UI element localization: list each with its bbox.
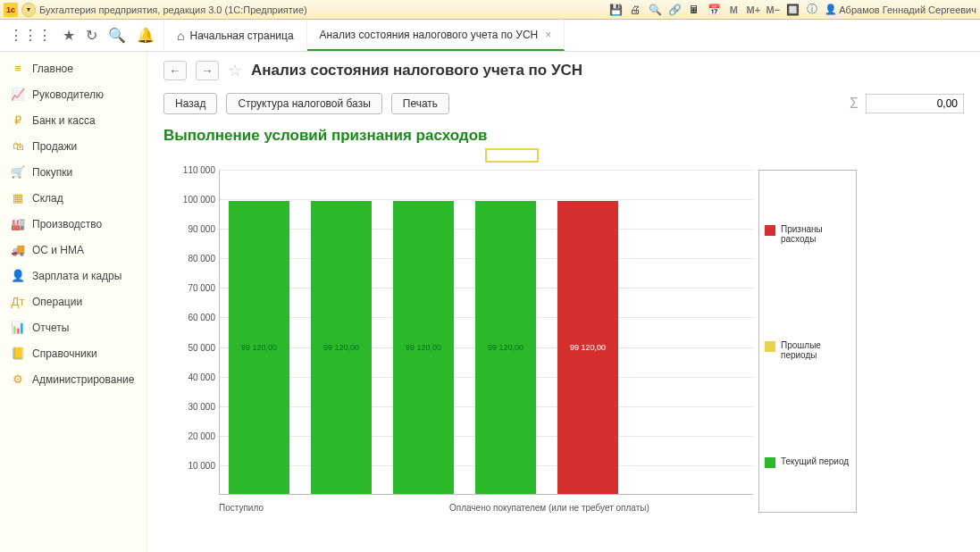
legend-swatch [765, 341, 775, 352]
legend-swatch [765, 457, 775, 468]
app-menu-button[interactable]: ▾ [21, 3, 36, 17]
y-tick-label: 30 000 [188, 401, 215, 411]
sidebar-icon: 🛒 [11, 165, 25, 179]
x-label-right: Оплачено покупателем (или не требует опл… [449, 503, 649, 513]
sidebar-icon: 🏭 [11, 217, 25, 230]
chart-wrap: 99 120,0099 120,0099 120,0099 120,0099 1… [163, 154, 964, 520]
sidebar-icon: 📊 [11, 321, 25, 334]
m-icon[interactable]: M [726, 3, 741, 17]
action-right: Σ [850, 94, 964, 113]
sidebar-item-label: Руководителю [32, 88, 104, 101]
chart-bar-1[interactable]: 99 120,00 [311, 201, 372, 494]
save-icon[interactable]: 💾 [608, 3, 623, 17]
info-icon[interactable]: ⓘ [805, 3, 819, 17]
chart-bar-3[interactable]: 99 120,00 [475, 201, 536, 494]
structure-button[interactable]: Структура налоговой базы [226, 93, 381, 114]
sidebar-item-0[interactable]: ≡Главное [0, 55, 147, 81]
back-button[interactable]: Назад [163, 93, 217, 114]
main-layout: ≡Главное📈Руководителю₽Банк и касса🛍Прода… [0, 52, 980, 552]
sigma-icon[interactable]: Σ [850, 96, 859, 112]
calc-icon[interactable]: 🖩 [687, 3, 701, 17]
sidebar-item-label: Администрирование [32, 373, 134, 386]
sidebar-item-12[interactable]: ⚙Администрирование [0, 366, 147, 392]
star-icon[interactable]: ★ [63, 27, 75, 44]
y-tick-label: 90 000 [188, 224, 215, 234]
favorite-icon[interactable]: ☆ [228, 61, 242, 80]
sidebar-item-label: Операции [32, 296, 82, 308]
search-icon[interactable]: 🔍 [648, 3, 662, 17]
user-name: Абрамов Геннадий Сергеевич [839, 4, 976, 15]
nav-forward-button[interactable]: → [196, 61, 219, 80]
sidebar-item-label: Склад [32, 192, 63, 205]
y-tick-label: 70 000 [188, 283, 215, 293]
sidebar-icon: 🚚 [11, 243, 25, 256]
sidebar-item-label: Справочники [32, 347, 97, 360]
legend-label: Прошлые периоды [781, 340, 850, 360]
content: ← → ☆ Анализ состояния налогового учета … [147, 52, 980, 552]
m-minus-icon[interactable]: M− [766, 3, 780, 17]
y-tick-label: 60 000 [188, 313, 215, 322]
close-icon[interactable]: × [545, 29, 551, 41]
apps-icon[interactable]: ⋮⋮⋮ [9, 27, 52, 44]
toolbar-icons: ⋮⋮⋮ ★ ↻ 🔍 🔔 [0, 20, 164, 51]
user-label[interactable]: 👤 Абрамов Геннадий Сергеевич [825, 4, 976, 15]
calendar-icon[interactable]: 📅 [707, 3, 721, 17]
sidebar-item-label: Главное [32, 63, 73, 75]
sidebar-item-5[interactable]: ▦Склад [0, 185, 147, 211]
sidebar-item-6[interactable]: 🏭Производство [0, 211, 147, 237]
link-icon[interactable]: 🔗 [667, 3, 682, 17]
y-tick-label: 110 000 [183, 165, 215, 175]
nav-back-button[interactable]: ← [163, 61, 187, 80]
y-tick-label: 10 000 [188, 460, 215, 470]
sidebar-icon: ▦ [11, 191, 25, 205]
sidebar-icon: ₽ [11, 113, 25, 127]
tab-analysis[interactable]: Анализ состояния налогового учета по УСН… [307, 20, 565, 51]
sidebar-item-label: Банк и касса [32, 114, 96, 127]
sidebar-item-4[interactable]: 🛒Покупки [0, 159, 147, 185]
amount-input[interactable] [866, 94, 964, 113]
sidebar-item-11[interactable]: 📒Справочники [0, 340, 147, 366]
sidebar-icon: ≡ [11, 62, 25, 75]
header-row: ← → ☆ Анализ состояния налогового учета … [163, 61, 964, 80]
app-title: Бухгалтерия предприятия, редакция 3.0 (1… [39, 4, 307, 15]
chart-bar-4[interactable]: 99 120,00 [557, 201, 618, 494]
chart-highlight-box [485, 148, 539, 163]
bar-value-label: 99 120,00 [241, 343, 277, 352]
zoom-icon[interactable]: 🔲 [785, 3, 800, 17]
tab-analysis-label: Анализ состояния налогового учета по УСН [320, 29, 539, 41]
y-tick-label: 80 000 [188, 254, 215, 263]
sidebar-item-label: ОС и НМА [32, 244, 84, 256]
sidebar-icon: 👤 [11, 269, 25, 282]
tab-home[interactable]: Начальная страница [164, 20, 307, 51]
page-title: Анализ состояния налогового учета по УСН [251, 62, 582, 79]
tab-home-label: Начальная страница [189, 29, 293, 42]
grid-line [220, 170, 753, 171]
legend-label: Признаны расходы [781, 224, 850, 244]
legend-swatch [765, 225, 775, 236]
sidebar-item-8[interactable]: 👤Зарплата и кадры [0, 263, 147, 289]
sidebar-icon: ⚙ [11, 372, 25, 386]
bar-value-label: 99 120,00 [570, 343, 606, 352]
sidebar-item-9[interactable]: ДтОперации [0, 289, 147, 314]
print-icon[interactable]: 🖨 [628, 3, 642, 17]
sidebar-item-3[interactable]: 🛍Продажи [0, 133, 147, 159]
bell-icon[interactable]: 🔔 [137, 27, 155, 44]
toolbar-row: ⋮⋮⋮ ★ ↻ 🔍 🔔 Начальная страница Анализ со… [0, 20, 980, 52]
legend-label: Текущий период [781, 456, 849, 466]
chart-bar-0[interactable]: 99 120,00 [229, 201, 289, 494]
chart-bar-2[interactable]: 99 120,00 [393, 201, 454, 494]
action-row: Назад Структура налоговой базы Печать Σ [163, 93, 964, 114]
print-button[interactable]: Печать [391, 93, 449, 114]
sidebar-item-10[interactable]: 📊Отчеты [0, 314, 147, 340]
y-tick-label: 40 000 [188, 372, 215, 381]
sidebar-item-1[interactable]: 📈Руководителю [0, 81, 147, 107]
sidebar-item-label: Покупки [32, 166, 72, 179]
sidebar-item-7[interactable]: 🚚ОС и НМА [0, 237, 147, 263]
m-plus-icon[interactable]: M+ [746, 3, 760, 17]
sidebar-icon: 📈 [11, 88, 25, 101]
search-toolbar-icon[interactable]: 🔍 [108, 27, 126, 44]
bar-value-label: 99 120,00 [488, 343, 524, 352]
sidebar-item-2[interactable]: ₽Банк и касса [0, 107, 147, 133]
history-icon[interactable]: ↻ [86, 27, 97, 44]
x-label-left: Поступило [219, 503, 264, 513]
